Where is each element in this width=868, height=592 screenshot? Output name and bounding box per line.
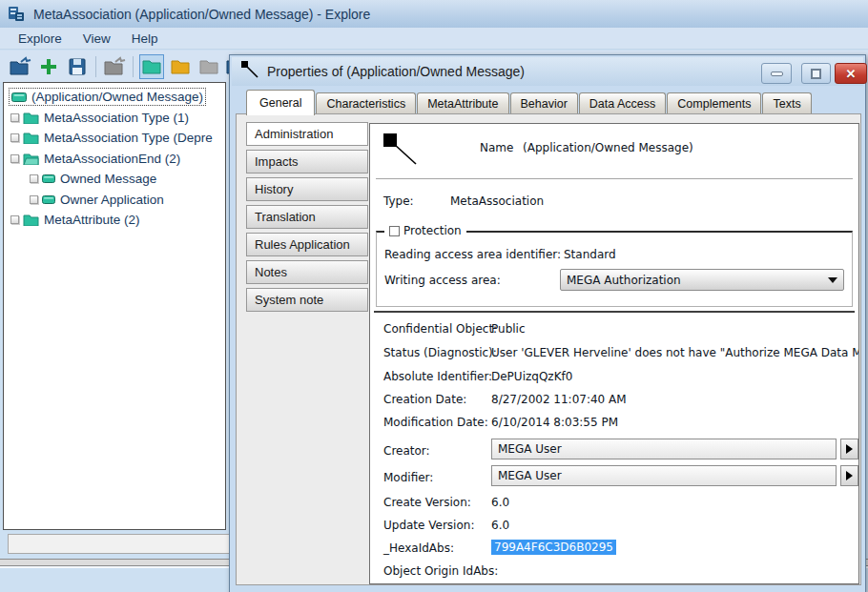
- open-session-icon: [9, 56, 31, 77]
- association-pen-icon: [240, 60, 259, 83]
- arrow-right-icon: [846, 471, 853, 480]
- modifier-label: Modifier:: [383, 471, 433, 484]
- tree-item-application-owned-message[interactable]: (Application/Owned Message): [4, 87, 225, 108]
- side-tab-impacts[interactable]: Impacts: [246, 150, 368, 174]
- tab-behavior[interactable]: Behavior: [510, 92, 578, 114]
- confidential-object-value: Public: [491, 322, 526, 336]
- current-folder-button[interactable]: [139, 54, 164, 79]
- tab-general[interactable]: General: [246, 90, 315, 115]
- menu-view[interactable]: View: [74, 30, 119, 48]
- create-version-label: Create Version:: [383, 496, 471, 509]
- tree-item-label: MetaAssociation Type (Depre: [44, 131, 213, 145]
- tree-item-metaassociationend[interactable]: MetaAssociationEnd (2): [4, 149, 225, 170]
- side-tab-rules-application[interactable]: Rules Application: [246, 233, 368, 256]
- properties-dialog: Properties of (Application/Owned Message…: [229, 54, 866, 592]
- toolbar-separator: [133, 56, 134, 77]
- menu-bar: Explore View Help: [0, 28, 868, 50]
- creation-date-value: 8/27/2002 11:07:40 AM: [491, 393, 627, 406]
- tab-characteristics[interactable]: Characteristics: [316, 92, 416, 114]
- restore-button[interactable]: [801, 63, 831, 84]
- tree-expander-icon[interactable]: [30, 174, 38, 183]
- tab-data-access[interactable]: Data Access: [579, 92, 666, 114]
- protection-legend: Protection: [384, 224, 466, 237]
- menu-explore[interactable]: Explore: [10, 30, 71, 48]
- close-button[interactable]: ✕: [835, 63, 867, 84]
- menu-help[interactable]: Help: [123, 30, 167, 48]
- name-label: Name: [480, 141, 513, 154]
- tree-item-label: MetaAttribute (2): [44, 213, 140, 227]
- side-tab-translation[interactable]: Translation: [246, 205, 368, 229]
- name-value[interactable]: (Application/Owned Message): [523, 141, 693, 154]
- modifier-value: MEGA User: [498, 469, 562, 482]
- absolute-identifier-label: Absolute Identifier:: [383, 370, 492, 383]
- modification-date-label: Modification Date:: [383, 416, 488, 429]
- tree-expander-icon[interactable]: [30, 195, 38, 204]
- open-folder-button[interactable]: [102, 54, 127, 79]
- hexa-id-value[interactable]: 799A4F6C3D6B0295: [491, 540, 616, 555]
- tree-expander-icon[interactable]: [10, 215, 19, 224]
- side-tab-history[interactable]: History: [246, 177, 368, 201]
- open-session-button[interactable]: [8, 54, 32, 79]
- folder-gray-button[interactable]: [196, 54, 221, 79]
- creator-picker-button[interactable]: [840, 439, 858, 459]
- creator-field[interactable]: MEGA User: [491, 439, 837, 459]
- tab-complements[interactable]: Complements: [667, 92, 761, 114]
- modifier-field[interactable]: MEGA User: [491, 465, 837, 486]
- modifier-picker-button[interactable]: [840, 465, 858, 486]
- protection-group: Protection Reading access area identifie…: [376, 231, 853, 307]
- save-button[interactable]: [65, 54, 90, 79]
- tree-item-owner-application[interactable]: Owner Application: [4, 190, 225, 211]
- side-tab-notes[interactable]: Notes: [246, 260, 368, 284]
- writing-access-dropdown[interactable]: MEGA Authorization: [560, 269, 844, 291]
- tree-item-label: MetaAssociation Type (1): [44, 111, 189, 125]
- metaassociation-icon: [382, 132, 418, 169]
- open-folder-icon: [103, 56, 126, 77]
- tab-texts[interactable]: Texts: [762, 92, 811, 114]
- arrow-right-icon: [846, 444, 853, 454]
- side-tab-system-note[interactable]: System note: [246, 288, 368, 312]
- chevron-down-icon: [828, 277, 837, 283]
- tree-expander-icon[interactable]: [10, 113, 19, 122]
- type-label: Type:: [383, 194, 414, 208]
- tree-expander-icon[interactable]: [10, 133, 19, 142]
- tree-item-label: (Application/Owned Message): [31, 90, 203, 104]
- hexa-id-label: _HexaIdAbs:: [383, 541, 454, 555]
- tree-item-metaassociation-type-deprecated[interactable]: MetaAssociation Type (Depre: [4, 128, 225, 149]
- tree-item-metaassociation-type-1[interactable]: MetaAssociation Type (1): [4, 108, 225, 129]
- status-diagnostic-label: Status (Diagnostic):: [383, 346, 497, 359]
- folder-yellow-icon: [171, 59, 190, 74]
- window-titlebar: MetaAssociation (Application/Owned Messa…: [0, 0, 868, 28]
- minimize-button[interactable]: [761, 63, 792, 84]
- update-version-value: 6.0: [491, 519, 509, 532]
- update-version-label: Update Version:: [383, 519, 474, 532]
- dialog-titlebar: Properties of (Application/Owned Message…: [232, 57, 863, 86]
- general-tab-page: Administration Impacts History Translati…: [236, 113, 861, 585]
- restore-icon: [811, 69, 821, 79]
- creator-label: Creator:: [383, 444, 430, 458]
- protection-checkbox[interactable]: [389, 226, 400, 236]
- window-title: MetaAssociation (Application/Owned Messa…: [33, 7, 370, 22]
- tab-metaattribute[interactable]: MetaAttribute: [417, 92, 508, 114]
- close-icon: ✕: [846, 67, 857, 81]
- modification-date-value: 6/10/2014 8:03:55 PM: [491, 416, 618, 429]
- reading-access-label: Reading access area identifier:: [384, 248, 561, 261]
- folder-open-icon: [23, 153, 39, 165]
- add-icon: [39, 57, 58, 76]
- tree-item-label: MetaAssociationEnd (2): [44, 152, 180, 166]
- tree-item-metaattribute[interactable]: MetaAttribute (2): [4, 210, 225, 231]
- save-icon: [68, 57, 87, 76]
- object-origin-label: Object Origin IdAbs:: [383, 564, 498, 578]
- reading-access-value: Standard: [564, 248, 616, 261]
- tree-item-owned-message[interactable]: Owned Message: [4, 169, 225, 190]
- creator-value: MEGA User: [498, 442, 562, 456]
- administration-panel: Name (Application/Owned Message) Type: M…: [369, 123, 859, 584]
- side-tab-administration[interactable]: Administration: [246, 122, 368, 146]
- absolute-identifier-value: DePUizqQzKf0: [491, 370, 572, 383]
- confidential-object-label: Confidential Object:: [383, 322, 497, 336]
- folder-yellow-button[interactable]: [168, 54, 193, 79]
- add-button[interactable]: [36, 54, 61, 79]
- association-icon: [11, 92, 27, 102]
- tree-expander-icon[interactable]: [10, 154, 19, 163]
- current-folder-icon: [142, 59, 161, 74]
- writing-access-value: MEGA Authorization: [567, 274, 681, 287]
